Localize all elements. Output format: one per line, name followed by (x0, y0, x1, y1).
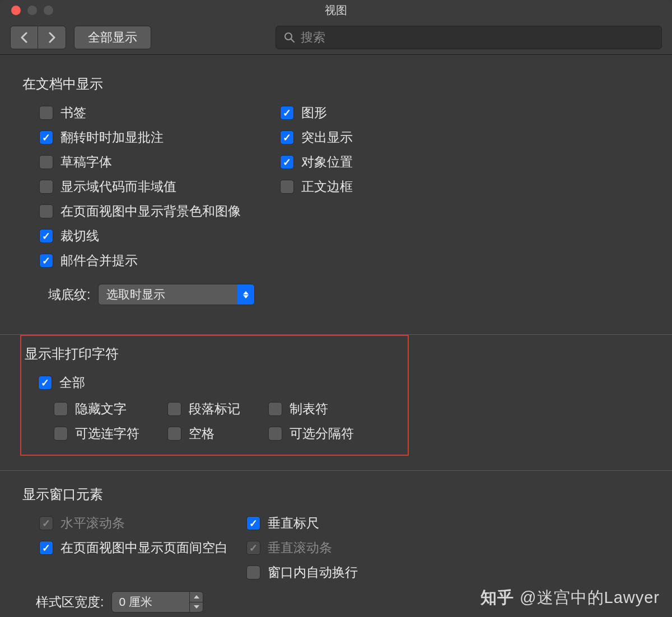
zoom-window-button[interactable] (44, 6, 53, 15)
checkbox-label: 突出显示 (301, 129, 353, 146)
checkbox-icon: ✓ (246, 516, 260, 530)
chevron-right-icon (48, 32, 56, 43)
search-icon (284, 32, 295, 43)
search-field[interactable] (276, 26, 662, 49)
nonprinting-col: 段落标记空格 (167, 400, 240, 442)
search-input[interactable] (301, 30, 654, 45)
select-stepper-icon (237, 284, 254, 305)
toolbar: 全部显示 (0, 20, 672, 55)
checkbox-item[interactable]: 书签 (39, 104, 241, 121)
section-nonprinting-highlight: 显示非打印字符 ✓ 全部 隐藏文字可选连字符段落标记空格制表符可选分隔符 (20, 335, 409, 456)
window-left-col: ✓水平滚动条✓在页面视图中显示页面间空白 (22, 515, 246, 581)
checkbox-icon (268, 402, 282, 416)
checkbox-label: 可选分隔符 (290, 425, 354, 442)
field-shading-label: 域底纹: (48, 286, 90, 303)
field-shading-value: 选取时显示 (106, 287, 165, 302)
checkbox-icon (39, 155, 53, 169)
checkbox-icon (167, 402, 181, 416)
checkbox-item[interactable]: ✓突出显示 (280, 129, 353, 146)
section-title: 在文档中显示 (22, 75, 650, 93)
style-width-stepper[interactable]: 0 厘米 (111, 591, 203, 613)
watermark-handle: @迷宫中的Lawyer (520, 587, 660, 609)
checkbox-item[interactable]: 在页面视图中显示背景色和图像 (39, 203, 241, 220)
checkbox-label: 垂直标尺 (268, 515, 319, 532)
checkbox-item[interactable]: 制表符 (268, 400, 354, 418)
traffic-lights (0, 6, 53, 15)
content: 在文档中显示 书签✓翻转时时加显批注草稿字体显示域代码而非域值在页面视图中显示背… (0, 55, 672, 617)
stepper-up-icon[interactable] (190, 592, 203, 602)
checkbox-icon: ✓ (39, 254, 53, 268)
checkbox-label: 正文边框 (301, 178, 353, 195)
checkbox-item: ✓水平滚动条 (39, 515, 246, 532)
checkbox-item[interactable]: 空格 (167, 425, 240, 442)
checkbox-label: 隐藏文字 (75, 400, 127, 418)
checkbox-label: 段落标记 (189, 400, 240, 418)
checkbox-icon: ✓ (246, 541, 260, 555)
checkbox-item[interactable]: 显示域代码而非域值 (39, 178, 241, 195)
checkbox-label: 窗口内自动换行 (268, 564, 358, 581)
style-width-label: 样式区宽度: (36, 593, 104, 611)
checkbox-icon (280, 180, 294, 194)
nonprinting-grid: 隐藏文字可选连字符段落标记空格制表符可选分隔符 (21, 400, 399, 442)
checkbox-item[interactable]: ✓垂直标尺 (246, 515, 358, 532)
checkbox-icon: ✓ (39, 229, 53, 243)
section-title: 显示非打印字符 (25, 345, 399, 363)
checkbox-icon (54, 402, 68, 416)
checkbox-icon (167, 427, 181, 441)
checkbox-item[interactable]: ✓在页面视图中显示页面间空白 (39, 539, 246, 557)
checkbox-item[interactable]: 隐藏文字 (54, 400, 139, 418)
svg-point-0 (285, 33, 292, 40)
checkbox-icon (39, 106, 53, 120)
window-right-col: ✓垂直标尺✓垂直滚动条窗口内自动换行 (246, 515, 358, 581)
nonprinting-col: 制表符可选分隔符 (268, 400, 354, 442)
checkbox-label: 水平滚动条 (60, 515, 125, 532)
checkbox-label: 垂直滚动条 (268, 539, 332, 557)
checkbox-item[interactable]: ✓翻转时时加显批注 (39, 129, 241, 146)
checkbox-label: 制表符 (290, 400, 328, 418)
checkbox-item[interactable]: ✓图形 (280, 104, 353, 121)
checkbox-label: 对象位置 (301, 153, 353, 171)
section-title: 显示窗口元素 (22, 485, 650, 503)
close-window-button[interactable] (11, 6, 21, 15)
field-shading-select[interactable]: 选取时显示 (98, 284, 255, 305)
checkbox-label: 翻转时时加显批注 (60, 129, 164, 146)
stepper-buttons[interactable] (190, 591, 203, 613)
checkbox-label: 草稿字体 (60, 153, 112, 171)
checkbox-icon (268, 427, 282, 441)
checkbox-icon (246, 565, 260, 579)
checkbox-item[interactable]: ✓邮件合并提示 (39, 252, 241, 269)
chevron-left-icon (20, 32, 28, 43)
checkbox-icon (39, 180, 53, 194)
checkbox-label: 书签 (60, 104, 86, 121)
nav-buttons (10, 26, 66, 49)
back-button[interactable] (10, 26, 38, 49)
style-width-input[interactable]: 0 厘米 (111, 591, 190, 613)
checkbox-item[interactable]: 窗口内自动换行 (246, 564, 358, 581)
in-document-left-col: 书签✓翻转时时加显批注草稿字体显示域代码而非域值在页面视图中显示背景色和图像✓裁… (22, 104, 241, 269)
checkbox-label: 空格 (189, 425, 214, 442)
checkbox-item[interactable]: 可选连字符 (54, 425, 139, 442)
field-shading-row: 域底纹: 选取时显示 (22, 284, 650, 305)
checkbox-all[interactable]: ✓ 全部 (38, 374, 399, 391)
forward-button[interactable] (38, 26, 66, 49)
zhihu-logo: 知乎 (480, 587, 514, 609)
stepper-down-icon[interactable] (190, 602, 203, 613)
section-in-document: 在文档中显示 书签✓翻转时时加显批注草稿字体显示域代码而非域值在页面视图中显示背… (22, 75, 650, 320)
checkbox-icon: ✓ (39, 516, 53, 530)
checkbox-label: 可选连字符 (75, 425, 139, 442)
checkbox-item[interactable]: ✓裁切线 (39, 227, 241, 245)
checkbox-item[interactable]: 段落标记 (167, 400, 240, 418)
checkbox-item[interactable]: ✓对象位置 (280, 153, 353, 171)
checkbox-icon: ✓ (38, 376, 52, 390)
checkbox-icon: ✓ (39, 541, 53, 555)
checkbox-label: 全部 (59, 374, 85, 391)
show-all-button[interactable]: 全部显示 (74, 26, 151, 49)
titlebar: 视图 (0, 0, 672, 20)
checkbox-item[interactable]: 可选分隔符 (268, 425, 354, 442)
minimize-window-button[interactable] (27, 6, 37, 15)
checkbox-icon: ✓ (39, 130, 53, 144)
checkbox-icon: ✓ (280, 130, 294, 144)
checkbox-label: 图形 (301, 104, 327, 121)
checkbox-item[interactable]: 正文边框 (280, 178, 353, 195)
checkbox-item[interactable]: 草稿字体 (39, 153, 241, 171)
